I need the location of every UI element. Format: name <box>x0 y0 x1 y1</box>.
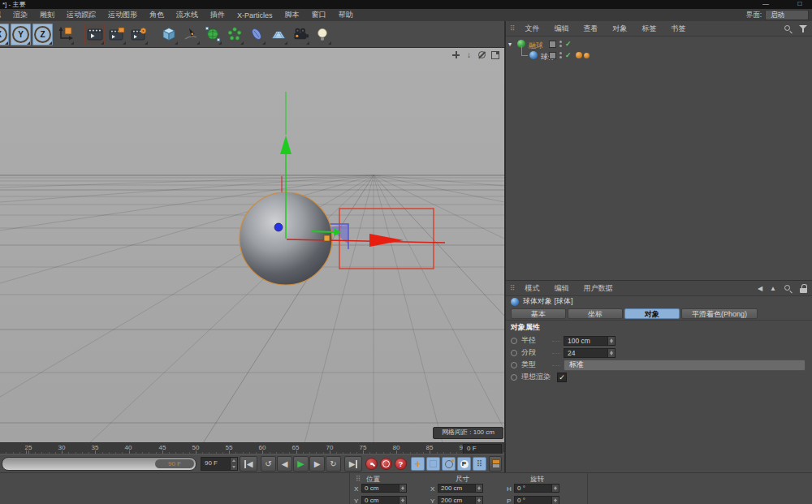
minimize-button[interactable]: — <box>760 0 771 9</box>
goto-end-button[interactable]: ▶ <box>344 456 362 472</box>
previous-frame-button[interactable]: ◀ <box>277 456 292 472</box>
floor-environment-button[interactable] <box>268 24 288 45</box>
edit-render-settings-button[interactable] <box>128 24 149 45</box>
menu-item-motion-tracker[interactable]: 运动跟踪 <box>67 10 96 20</box>
key-rotation-toggle[interactable] <box>442 457 456 471</box>
array-generator-button[interactable] <box>224 24 244 45</box>
menu-item-plugins[interactable]: 插件 <box>210 10 225 20</box>
add-cube-primitive-button[interactable] <box>158 24 179 45</box>
end-frame-field[interactable]: 90 F <box>201 457 238 471</box>
lock-icon[interactable] <box>800 284 807 293</box>
play-backwards-button[interactable]: ↺ <box>261 456 276 472</box>
z-axis-handle[interactable] <box>274 223 283 231</box>
visibility-dots-icon[interactable] <box>559 52 562 54</box>
maximize-button[interactable]: □ <box>794 0 806 9</box>
autokey-button[interactable] <box>380 458 392 470</box>
key-position-toggle[interactable]: + <box>411 457 425 471</box>
segments-field[interactable]: 24 <box>564 348 615 358</box>
field-stepper[interactable] <box>475 497 482 504</box>
expander-icon[interactable]: ▾ <box>508 41 512 48</box>
menu-item-render[interactable]: 渲染 <box>13 10 28 20</box>
object-row-metaball[interactable]: ▾ 融球 ✓ <box>506 39 812 50</box>
spline-pen-button[interactable] <box>180 24 201 45</box>
play-button[interactable]: ▶ <box>293 456 309 472</box>
tab-phong[interactable]: 平滑着色(Phong) <box>681 308 758 319</box>
coordinate-system-button[interactable] <box>54 24 75 45</box>
timeline-ruler[interactable]: 25 30 35 40 45 50 55 60 65 70 75 80 85 9… <box>0 442 504 454</box>
tab-coordinates[interactable]: 坐标 <box>568 308 623 319</box>
menu-item-xparticles[interactable]: X-Particles <box>237 11 273 19</box>
om-menu-objects[interactable]: 对象 <box>606 24 635 34</box>
menu-item-mograph[interactable]: 运动图形 <box>108 10 137 20</box>
keyframe-options-button[interactable]: ? <box>395 458 407 470</box>
end-frame-stepper[interactable] <box>230 458 237 470</box>
om-menu-tags[interactable]: 标签 <box>635 24 664 34</box>
keyframe-ring-icon[interactable] <box>511 374 517 381</box>
menu-item-character[interactable]: 角色 <box>149 10 164 20</box>
next-frame-button[interactable]: ▶ <box>309 456 325 472</box>
layer-square-icon[interactable] <box>549 52 556 59</box>
phong-tag-icon[interactable] <box>576 52 582 58</box>
render-to-picture-viewer-button[interactable] <box>106 24 127 45</box>
menu-item-sculpt[interactable]: 雕刻 <box>40 10 54 20</box>
layer-square-icon[interactable] <box>549 41 556 48</box>
am-menu-userdata[interactable]: 用户数据 <box>577 283 620 294</box>
field-stepper[interactable] <box>399 497 406 504</box>
enabled-check-icon[interactable]: ✓ <box>565 40 572 48</box>
key-pla-toggle[interactable]: ⠿ <box>473 457 486 471</box>
menu-item-script[interactable]: 脚本 <box>285 10 300 20</box>
panel-drag-handle[interactable]: ⠿ <box>506 284 518 292</box>
type-dropdown[interactable]: 标准 <box>564 360 806 371</box>
position-y-field[interactable]: 0 cm <box>361 496 407 504</box>
render-perfect-checkbox[interactable]: ✓ <box>557 373 567 382</box>
size-y-field[interactable]: 200 cm <box>438 496 483 504</box>
keyframe-ring-icon[interactable] <box>511 350 517 356</box>
size-x-field[interactable]: 200 cm <box>438 484 483 493</box>
segments-stepper[interactable] <box>607 349 615 357</box>
camera-button[interactable] <box>290 24 310 45</box>
history-back-icon[interactable]: ◀ <box>758 285 762 292</box>
key-parameter-toggle[interactable]: P <box>457 457 471 471</box>
viewport-toggle-icon[interactable] <box>490 50 499 59</box>
field-stepper[interactable] <box>475 485 482 492</box>
lock-z-axis-button[interactable]: Z <box>32 24 53 45</box>
om-menu-edit[interactable]: 编辑 <box>547 24 577 34</box>
keyframe-selection-button[interactable] <box>489 456 502 472</box>
search-icon[interactable] <box>784 284 793 293</box>
subdivision-surface-button[interactable] <box>202 24 222 45</box>
om-menu-view[interactable]: 查看 <box>577 24 606 34</box>
field-stepper[interactable] <box>399 485 406 492</box>
viewport-pan-icon[interactable] <box>451 50 460 59</box>
object-row-sphere[interactable]: 球体 ✓ <box>506 50 812 61</box>
light-button[interactable] <box>312 24 332 45</box>
enabled-check-icon[interactable]: ✓ <box>565 51 572 59</box>
lock-y-axis-button[interactable]: Y <box>11 24 31 45</box>
timeline-range-slider[interactable]: 90 F <box>2 457 197 471</box>
panel-drag-handle[interactable]: ⠿ <box>352 475 364 483</box>
menu-item-simulate[interactable]: 拟 <box>0 10 1 20</box>
object-name[interactable]: 融球 <box>529 41 543 51</box>
lock-x-axis-button[interactable]: X <box>0 24 9 45</box>
search-icon[interactable] <box>784 24 793 33</box>
keyframe-ring-icon[interactable] <box>511 338 517 344</box>
render-view-button[interactable] <box>84 24 105 45</box>
perspective-viewport[interactable]: ↓ 网格间距 : 100 cm <box>0 47 504 443</box>
am-menu-edit[interactable]: 编辑 <box>547 283 577 294</box>
field-stepper[interactable] <box>551 497 559 504</box>
filter-icon[interactable] <box>799 24 807 33</box>
viewport-rotate-icon[interactable] <box>477 50 486 59</box>
pick-object-icon[interactable]: ▲ <box>770 285 776 292</box>
texture-tag-icon[interactable] <box>584 53 590 58</box>
loop-forward-button[interactable]: ↻ <box>326 456 341 472</box>
rotation-p-field[interactable]: 0 ° <box>514 496 559 504</box>
goto-start-button[interactable]: ◀ <box>240 456 257 472</box>
om-menu-bookmarks[interactable]: 书签 <box>664 24 693 34</box>
menu-item-help[interactable]: 帮助 <box>339 10 353 20</box>
range-end-handle[interactable]: 90 F <box>155 459 194 468</box>
bend-deformer-button[interactable] <box>246 24 266 45</box>
keyframe-ring-icon[interactable] <box>511 362 517 368</box>
field-stepper[interactable] <box>551 485 559 492</box>
panel-drag-handle[interactable]: ⠿ <box>506 24 518 32</box>
key-scale-toggle[interactable] <box>426 457 440 471</box>
om-menu-file[interactable]: 文件 <box>518 24 547 34</box>
